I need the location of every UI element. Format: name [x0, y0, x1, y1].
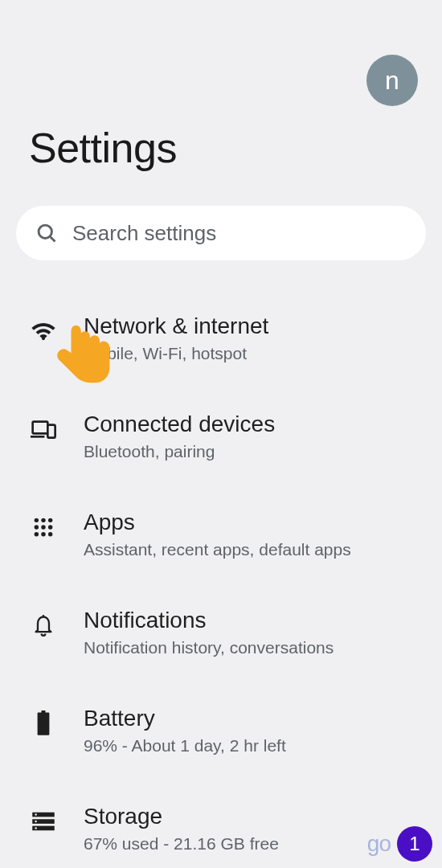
count-badge-value: 1: [409, 833, 419, 855]
item-title: Notifications: [84, 608, 413, 633]
bell-icon: [29, 611, 58, 640]
item-subtitle: Notification history, conversations: [84, 638, 413, 657]
svg-point-12: [41, 532, 45, 536]
avatar-letter: n: [385, 66, 399, 96]
avatar[interactable]: n: [366, 55, 418, 106]
item-title: Network & internet: [84, 313, 413, 339]
item-subtitle: 67% used - 21.16 GB free: [84, 834, 413, 854]
item-subtitle: Assistant, recent apps, default apps: [84, 540, 413, 559]
go-logo: go: [367, 831, 391, 857]
count-badge[interactable]: 1: [397, 826, 432, 862]
pointer-hand-icon: [51, 321, 113, 394]
item-title: Battery: [84, 706, 413, 731]
svg-point-9: [41, 525, 45, 529]
svg-point-6: [41, 518, 45, 522]
search-bar[interactable]: Search settings: [16, 206, 426, 260]
item-title: Apps: [84, 510, 413, 535]
svg-line-1: [51, 237, 55, 242]
svg-point-22: [35, 827, 37, 829]
svg-rect-16: [38, 712, 50, 735]
svg-point-21: [35, 821, 37, 823]
settings-item-notifications[interactable]: Notifications Notification history, conv…: [0, 593, 442, 691]
svg-point-8: [35, 525, 39, 529]
item-title: Storage: [84, 804, 413, 829]
search-placeholder: Search settings: [72, 221, 216, 246]
svg-point-0: [39, 225, 51, 238]
page-title: Settings: [0, 106, 442, 172]
svg-point-11: [35, 532, 39, 536]
svg-point-5: [35, 518, 39, 522]
settings-item-battery[interactable]: Battery 96% - About 1 day, 2 hr left: [0, 691, 442, 789]
svg-point-13: [48, 532, 52, 536]
svg-rect-4: [47, 425, 55, 438]
settings-item-connected-devices[interactable]: Connected devices Bluetooth, pairing: [0, 397, 442, 495]
svg-point-20: [35, 813, 37, 816]
apps-icon: [29, 513, 58, 542]
svg-point-7: [48, 518, 52, 522]
item-title: Connected devices: [84, 411, 413, 437]
battery-icon: [29, 709, 58, 738]
item-subtitle: Mobile, Wi-Fi, hotspot: [84, 344, 413, 363]
item-subtitle: Bluetooth, pairing: [84, 442, 413, 461]
devices-icon: [29, 415, 58, 444]
settings-item-apps[interactable]: Apps Assistant, recent apps, default app…: [0, 495, 442, 593]
storage-icon: [29, 807, 58, 836]
search-icon: [35, 222, 58, 244]
svg-rect-2: [33, 422, 48, 434]
svg-point-10: [48, 525, 52, 529]
item-subtitle: 96% - About 1 day, 2 hr left: [84, 736, 413, 755]
